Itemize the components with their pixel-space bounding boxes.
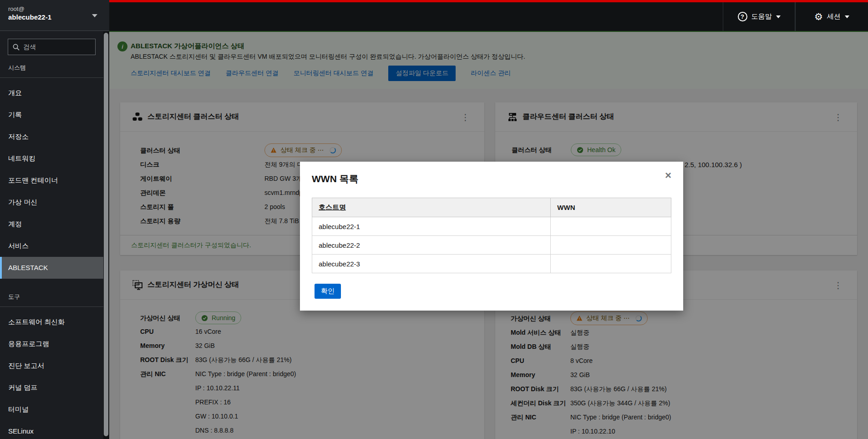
sidebar-section-tools: 도구 소프트웨어 최신화 응용프로그램 진단 보고서 커널 덤프 터미널 SEL… (0, 293, 103, 439)
sidebar-item-storage[interactable]: 저장소 (0, 126, 103, 148)
wwn-table: 호스트명 WWN ablecube22-1 ablecube22-2 ablec… (312, 198, 671, 273)
help-label: 도움말 (751, 12, 772, 21)
column-header-hostname[interactable]: 호스트명 (312, 198, 551, 217)
search-icon (13, 44, 20, 51)
chevron-down-icon (845, 15, 849, 18)
table-row: ablecube22-3 (312, 255, 671, 273)
sidebar-item-virtual-machines[interactable]: 가상 머신 (0, 191, 103, 213)
sidebar-item-selinux[interactable]: SELinux (0, 420, 103, 439)
sidebar-item-diagnostic-reports[interactable]: 진단 보고서 (0, 355, 103, 377)
hostname-cell: ablecube22-3 (312, 255, 551, 273)
search-input[interactable] (23, 43, 82, 51)
sidebar-scrollbar (103, 31, 109, 439)
search-box[interactable] (8, 39, 96, 55)
wwn-cell (551, 255, 671, 273)
chevron-down-icon (92, 14, 97, 17)
hostname-cell: ablecube22-1 (312, 217, 551, 236)
help-menu-button[interactable]: 도움말 (723, 2, 795, 31)
sidebar: root@ ablecube22-1 시스템 개요 기록 저장소 네트워킹 포드… (0, 0, 109, 439)
section-label-system: 시스템 (0, 64, 103, 77)
sidebar-item-logs[interactable]: 기록 (0, 104, 103, 126)
sidebar-item-ablestack[interactable]: ABLESTACK (0, 257, 103, 279)
chevron-down-icon (776, 15, 781, 18)
confirm-button[interactable]: 확인 (315, 284, 341, 299)
sidebar-item-podman[interactable]: 포드맨 컨테이너 (0, 169, 103, 191)
host-user: root@ (8, 5, 101, 13)
hostname-cell: ablecube22-2 (312, 236, 551, 255)
table-row: ablecube22-2 (312, 236, 671, 255)
column-header-wwn: WWN (551, 198, 671, 217)
wwn-list-modal: WWN 목록 × 호스트명 WWN ablecube22-1 ablecube2… (300, 162, 683, 311)
sidebar-item-applications[interactable]: 응용프로그램 (0, 333, 103, 355)
wwn-cell (551, 217, 671, 236)
host-name: ablecube22-1 (8, 13, 101, 22)
sidebar-item-terminal[interactable]: 터미널 (0, 398, 103, 420)
session-label: 세션 (827, 12, 841, 21)
host-switcher[interactable]: root@ ablecube22-1 (0, 0, 109, 31)
close-icon[interactable]: × (665, 170, 671, 181)
question-circle-icon (738, 12, 747, 21)
masthead: 도움말 세션 (109, 0, 868, 31)
sidebar-item-accounts[interactable]: 계정 (0, 213, 103, 235)
table-row: ablecube22-1 (312, 217, 671, 236)
scrollbar-thumb[interactable] (104, 33, 108, 436)
page: root@ ablecube22-1 시스템 개요 기록 저장소 네트워킹 포드… (0, 0, 868, 439)
session-menu-button[interactable]: 세션 (795, 2, 868, 31)
gear-icon (814, 12, 823, 21)
wwn-cell (551, 236, 671, 255)
sidebar-section-system: 시스템 개요 기록 저장소 네트워킹 포드맨 컨테이너 가상 머신 계정 서비스… (0, 64, 103, 279)
sidebar-item-services[interactable]: 서비스 (0, 235, 103, 257)
section-label-tools: 도구 (0, 293, 103, 306)
sidebar-item-software-updates[interactable]: 소프트웨어 최신화 (0, 311, 103, 333)
sidebar-item-networking[interactable]: 네트워킹 (0, 148, 103, 169)
sidebar-item-overview[interactable]: 개요 (0, 82, 103, 104)
modal-title: WWN 목록 (312, 173, 671, 185)
sidebar-item-kernel-dump[interactable]: 커널 덤프 (0, 377, 103, 398)
